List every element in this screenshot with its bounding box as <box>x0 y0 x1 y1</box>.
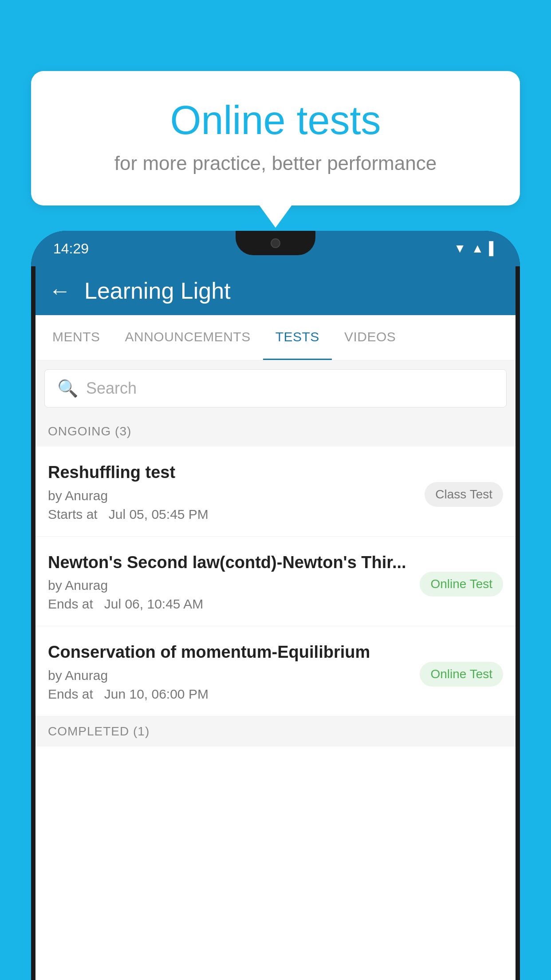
test-info: Newton's Second law(contd)-Newton's Thir… <box>48 553 420 612</box>
tab-tests[interactable]: TESTS <box>263 315 332 360</box>
test-name: Conservation of momentum-Equilibrium <box>48 642 411 663</box>
test-item[interactable]: Reshuffling test by Anurag Starts at Jul… <box>35 447 516 537</box>
tab-announcements[interactable]: ANNOUNCEMENTS <box>113 315 263 360</box>
back-button[interactable]: ← <box>49 278 71 304</box>
bubble-title: Online tests <box>53 98 498 143</box>
search-placeholder: Search <box>86 379 137 398</box>
test-list: Reshuffling test by Anurag Starts at Jul… <box>35 447 516 716</box>
test-author: by Anurag <box>48 578 411 593</box>
test-info: Conservation of momentum-Equilibrium by … <box>48 642 420 702</box>
test-time: Ends at Jul 06, 10:45 AM <box>48 597 411 612</box>
tabs-bar: MENTS ANNOUNCEMENTS TESTS VIDEOS <box>35 315 516 360</box>
test-time: Starts at Jul 05, 05:45 PM <box>48 507 416 522</box>
search-icon: 🔍 <box>57 379 78 398</box>
test-item[interactable]: Newton's Second law(contd)-Newton's Thir… <box>35 537 516 627</box>
app-title: Learning Light <box>84 277 231 304</box>
phone-notch <box>236 231 315 255</box>
battery-icon: ▌ <box>489 241 498 256</box>
search-container: 🔍 Search <box>35 360 516 416</box>
speech-bubble: Online tests for more practice, better p… <box>31 71 520 205</box>
test-author: by Anurag <box>48 488 416 503</box>
section-completed: COMPLETED (1) <box>35 716 516 747</box>
status-icons: ▼ ▲ ▌ <box>454 241 498 256</box>
test-info: Reshuffling test by Anurag Starts at Jul… <box>48 462 425 522</box>
test-badge: Online Test <box>420 572 503 597</box>
test-name: Newton's Second law(contd)-Newton's Thir… <box>48 553 411 573</box>
app-header: ← Learning Light <box>35 266 516 315</box>
tab-ments[interactable]: MENTS <box>40 315 113 360</box>
test-item[interactable]: Conservation of momentum-Equilibrium by … <box>35 626 516 716</box>
test-badge: Online Test <box>420 662 503 687</box>
status-time: 14:29 <box>53 241 89 257</box>
tab-videos[interactable]: VIDEOS <box>332 315 408 360</box>
test-time: Ends at Jun 10, 06:00 PM <box>48 687 411 702</box>
phone-frame: 14:29 ▼ ▲ ▌ ← Learning Light MENTS ANNOU… <box>31 231 520 980</box>
camera <box>271 238 280 248</box>
signal-icon: ▲ <box>471 241 484 256</box>
phone-screen: ← Learning Light MENTS ANNOUNCEMENTS TES… <box>35 266 516 980</box>
test-name: Reshuffling test <box>48 462 416 483</box>
search-bar[interactable]: 🔍 Search <box>44 369 507 407</box>
test-author: by Anurag <box>48 668 411 683</box>
status-bar: 14:29 ▼ ▲ ▌ <box>31 231 520 266</box>
bubble-subtitle: for more practice, better performance <box>53 152 498 174</box>
wifi-icon: ▼ <box>454 241 466 256</box>
section-ongoing: ONGOING (3) <box>35 416 516 447</box>
test-badge: Class Test <box>425 482 503 507</box>
